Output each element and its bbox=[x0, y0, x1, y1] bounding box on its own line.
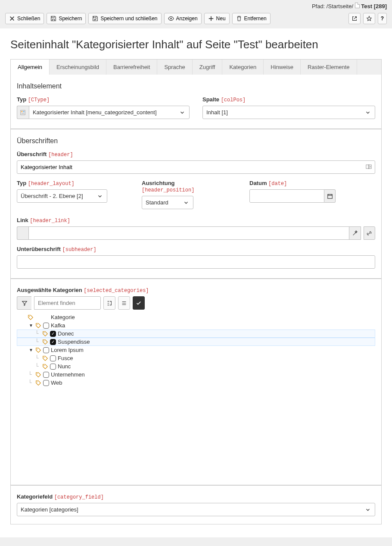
subheader-input[interactable] bbox=[17, 255, 375, 269]
calendar-icon bbox=[327, 193, 333, 199]
close-label: Schließen bbox=[17, 16, 40, 22]
tab-erscheinungsbild[interactable]: Erscheinungsbild bbox=[50, 60, 106, 75]
tag-icon bbox=[42, 339, 48, 345]
svg-rect-1 bbox=[21, 110, 25, 115]
category-field-fieldname: [category_field] bbox=[54, 494, 104, 500]
external-link-icon bbox=[352, 16, 358, 22]
path-page-id: [289] bbox=[374, 3, 387, 9]
tree-item-label: Nunc bbox=[58, 363, 71, 370]
path-page-title: Test bbox=[361, 3, 372, 9]
new-button[interactable]: Neu bbox=[204, 13, 230, 24]
page-title: Seiteninhalt "Kategorisierter Inhalt" au… bbox=[10, 28, 382, 59]
tab-sprache[interactable]: Sprache bbox=[157, 60, 192, 75]
tree-row[interactable]: └Unternehmen bbox=[17, 370, 375, 379]
view-label: Anzeigen bbox=[176, 16, 198, 22]
ctype-fieldname: [CType] bbox=[28, 97, 50, 103]
tab-barrierefreiheit[interactable]: Barrierefreiheit bbox=[106, 60, 157, 75]
svg-point-16 bbox=[37, 381, 38, 382]
save-close-label: Speichern und schließen bbox=[100, 16, 157, 22]
svg-rect-3 bbox=[23, 111, 25, 112]
svg-point-12 bbox=[37, 348, 38, 349]
open-external-button[interactable] bbox=[348, 13, 361, 24]
save-label: Speichern bbox=[59, 16, 82, 22]
link-suggest-button[interactable] bbox=[349, 226, 361, 240]
svg-rect-7 bbox=[327, 194, 332, 198]
show-selected-button[interactable] bbox=[133, 296, 145, 310]
colpos-fieldname: [colPos] bbox=[221, 97, 246, 103]
tree-row[interactable]: ▼Lorem Ipsum bbox=[17, 346, 375, 354]
close-button[interactable]: Schließen bbox=[5, 13, 44, 24]
collapse-tree-icon bbox=[121, 300, 127, 306]
checkbox[interactable] bbox=[50, 364, 56, 370]
header-link-input[interactable] bbox=[28, 226, 349, 240]
tab-hinweise[interactable]: Hinweise bbox=[264, 60, 301, 75]
header-label: Überschrift bbox=[17, 151, 47, 157]
checkbox[interactable] bbox=[50, 355, 56, 361]
breadcrumb[interactable]: /Startseite/ bbox=[327, 3, 353, 9]
tree-row[interactable]: └Nunc bbox=[17, 362, 375, 370]
category-field-label: Kategoriefeld bbox=[17, 493, 53, 500]
header-layout-select[interactable]: Überschrift - 2. Ebene [2] bbox=[17, 189, 107, 203]
delete-button[interactable]: Entfernen bbox=[232, 13, 271, 24]
header-link-fieldname: [header_link] bbox=[30, 218, 70, 224]
tree-row[interactable]: └✓Suspendisse bbox=[17, 338, 375, 346]
checkbox[interactable]: ✓ bbox=[50, 339, 56, 345]
ctype-select[interactable]: Kategorisierter Inhalt [menu_categorized… bbox=[29, 106, 190, 119]
checkbox[interactable] bbox=[43, 372, 49, 378]
link-icon bbox=[366, 230, 372, 236]
checkbox[interactable]: ✓ bbox=[50, 331, 56, 337]
translate-icon[interactable] bbox=[366, 163, 372, 171]
help-icon: ? bbox=[381, 16, 384, 22]
colpos-select[interactable]: Inhalt [1] bbox=[202, 106, 375, 119]
tab-allgemein[interactable]: Allgemein bbox=[11, 60, 50, 75]
tree-row[interactable]: ▼Kafka bbox=[17, 321, 375, 329]
tag-icon bbox=[28, 314, 34, 320]
date-fieldname: [date] bbox=[268, 181, 287, 187]
header-fieldname: [header] bbox=[48, 152, 73, 158]
tree-row[interactable]: └✓Donec bbox=[17, 329, 375, 338]
checkbox[interactable] bbox=[43, 347, 49, 353]
svg-rect-4 bbox=[22, 113, 25, 114]
svg-rect-6 bbox=[368, 165, 371, 169]
page-icon bbox=[355, 3, 360, 8]
action-toolbar: Schließen Speichern Speichern und schlie… bbox=[0, 10, 392, 28]
selected-categories-fieldname: [selected_categories] bbox=[84, 288, 149, 294]
tree-row[interactable]: └Fusce bbox=[17, 354, 375, 362]
trash-icon bbox=[236, 16, 242, 22]
checkbox[interactable] bbox=[43, 323, 49, 329]
expand-all-button[interactable] bbox=[103, 296, 115, 310]
toggle-icon[interactable]: ▼ bbox=[28, 323, 34, 328]
tab-raster-elemente[interactable]: Raster-Elemente bbox=[301, 60, 357, 75]
collapse-all-button[interactable] bbox=[118, 296, 130, 310]
save-icon bbox=[50, 16, 56, 22]
path-bar: Pfad: /Startseite/ Test [289] bbox=[0, 0, 392, 10]
toggle-icon[interactable]: ▼ bbox=[28, 348, 34, 352]
date-input[interactable] bbox=[249, 189, 324, 203]
bookmark-button[interactable] bbox=[363, 13, 375, 24]
tag-icon bbox=[35, 380, 41, 386]
header-input[interactable] bbox=[17, 160, 375, 174]
save-button[interactable]: Speichern bbox=[47, 13, 86, 24]
tree-row[interactable]: └Web bbox=[17, 379, 375, 387]
date-picker-button[interactable] bbox=[324, 189, 336, 203]
category-filter-input[interactable] bbox=[34, 296, 101, 310]
filter-icon-wrap bbox=[17, 296, 31, 310]
checkbox[interactable] bbox=[43, 380, 49, 386]
view-button[interactable]: Anzeigen bbox=[164, 13, 202, 24]
tab-zugriff[interactable]: Zugriff bbox=[193, 60, 223, 75]
help-button[interactable]: ? bbox=[378, 13, 387, 24]
svg-point-10 bbox=[44, 332, 45, 333]
tab-kategorien[interactable]: Kategorien bbox=[222, 60, 264, 75]
tree-item-label: Kafka bbox=[51, 322, 65, 329]
save-close-button[interactable]: Speichern und schließen bbox=[88, 13, 161, 24]
delete-label: Entfernen bbox=[244, 16, 267, 22]
tag-icon bbox=[42, 331, 48, 337]
expand-tree-icon bbox=[106, 300, 112, 306]
header-position-select[interactable]: Standard bbox=[142, 196, 193, 209]
subheader-fieldname: [subheader] bbox=[62, 247, 96, 253]
section-content-element: Inhaltselement bbox=[17, 82, 375, 90]
link-browser-button[interactable] bbox=[364, 226, 375, 240]
date-label: Datum bbox=[249, 180, 267, 186]
save-close-icon bbox=[92, 16, 98, 22]
category-field-select[interactable]: Kategorien [categories] bbox=[17, 503, 375, 516]
